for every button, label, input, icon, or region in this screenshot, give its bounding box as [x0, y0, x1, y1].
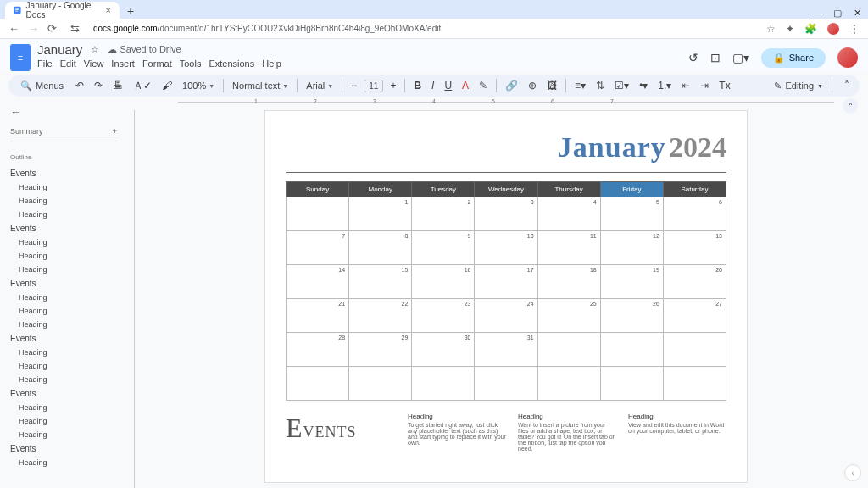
insert-link-button[interactable]: 🔗 — [502, 78, 521, 93]
decrease-indent-button[interactable]: ⇤ — [678, 78, 693, 93]
history-icon[interactable]: ↺ — [688, 51, 698, 64]
font-size-increase-button[interactable]: + — [387, 78, 399, 93]
outline-back-button[interactable]: ← — [10, 105, 117, 119]
outline-heading[interactable]: Heading — [10, 236, 117, 249]
calendar-cell[interactable]: 20 — [663, 265, 726, 299]
add-summary-button[interactable]: + — [113, 127, 117, 136]
font-size-input[interactable]: 11 — [364, 80, 383, 92]
calendar-cell[interactable]: 10 — [475, 231, 537, 265]
spellcheck-button[interactable]: Ａ✓ — [130, 77, 155, 95]
calendar-cell[interactable]: 1 — [349, 197, 412, 231]
calendar-cell[interactable]: 21 — [287, 299, 349, 333]
outline-group[interactable]: Events — [10, 166, 117, 180]
bold-button[interactable]: B — [410, 78, 425, 93]
outline-heading[interactable]: Heading — [10, 401, 117, 414]
calendar-cell[interactable]: 22 — [349, 299, 412, 333]
calendar-cell[interactable] — [412, 367, 475, 401]
outline-group[interactable]: Events — [10, 386, 117, 401]
calendar-cell[interactable] — [349, 367, 412, 401]
outline-heading[interactable]: Heading — [10, 180, 117, 194]
menu-format[interactable]: Format — [142, 58, 172, 69]
italic-button[interactable]: I — [428, 78, 437, 93]
events-column[interactable]: HeadingView and edit this document in Wo… — [628, 413, 726, 452]
menu-file[interactable]: File — [37, 58, 53, 69]
outline-heading[interactable]: Heading — [10, 456, 117, 469]
outline-heading[interactable]: Heading — [10, 414, 117, 428]
calendar-cell[interactable] — [600, 333, 663, 367]
outline-group[interactable]: Events — [10, 441, 117, 456]
outline-heading[interactable]: Heading — [10, 249, 117, 263]
paint-format-button[interactable]: 🖌 — [159, 78, 175, 93]
menu-insert[interactable]: Insert — [111, 58, 135, 69]
calendar-cell[interactable] — [663, 367, 726, 401]
text-color-button[interactable]: A — [459, 78, 472, 93]
calendar-cell[interactable]: 29 — [349, 333, 412, 367]
menu-tools[interactable]: Tools — [180, 58, 202, 69]
calendar-cell[interactable]: 6 — [663, 197, 726, 231]
extensions-icon[interactable]: ✦ — [786, 23, 794, 35]
outline-heading[interactable]: Heading — [10, 194, 117, 208]
share-button[interactable]: 🔒Share — [761, 48, 826, 68]
bookmark-star-icon[interactable]: ☆ — [766, 23, 776, 35]
menus-search-button[interactable]: 🔍Menus — [15, 79, 69, 93]
nav-back-button[interactable]: ← — [8, 22, 19, 35]
calendar-cell[interactable]: 7 — [287, 231, 349, 265]
menu-extensions[interactable]: Extensions — [209, 58, 254, 69]
outline-heading[interactable]: Heading — [10, 346, 117, 359]
browser-menu-button[interactable]: ⋮ — [849, 23, 860, 35]
calendar-cell[interactable]: 9 — [412, 231, 475, 265]
redo-button[interactable]: ↷ — [91, 78, 106, 93]
calendar-cell[interactable] — [537, 367, 600, 401]
comments-icon[interactable]: ⊡ — [710, 51, 721, 64]
calendar-cell[interactable]: 19 — [600, 265, 663, 299]
nav-forward-button[interactable]: → — [28, 22, 39, 35]
star-document-button[interactable]: ☆ — [91, 44, 99, 55]
calendar-cell[interactable]: 25 — [537, 299, 600, 333]
line-spacing-button[interactable]: ⇅ — [593, 78, 608, 93]
outline-group[interactable]: Events — [10, 331, 117, 346]
highlight-button[interactable]: ✎ — [476, 78, 491, 93]
window-maximize-button[interactable]: ▢ — [833, 8, 842, 19]
events-column[interactable]: HeadingWant to insert a picture from you… — [518, 413, 616, 452]
calendar-cell[interactable]: 11 — [537, 231, 600, 265]
style-select[interactable]: Normal text▼ — [229, 80, 292, 91]
print-button[interactable]: 🖶 — [109, 78, 126, 93]
window-close-button[interactable]: ✕ — [854, 8, 861, 19]
calendar-cell[interactable]: 13 — [663, 231, 726, 265]
editing-mode-button[interactable]: ✎Editing▼ — [774, 80, 823, 92]
underline-button[interactable]: U — [441, 78, 455, 93]
calendar-table[interactable]: SundayMondayTuesdayWednesdayThursdayFrid… — [286, 181, 726, 401]
explore-button[interactable]: ‹ — [844, 464, 861, 481]
calendar-cell[interactable]: 30 — [412, 333, 475, 367]
browser-profile-avatar[interactable] — [827, 23, 839, 35]
account-avatar[interactable] — [837, 47, 858, 68]
align-button[interactable]: ≡▾ — [571, 78, 589, 93]
font-select[interactable]: Arial▼ — [303, 80, 337, 91]
tab-close-button[interactable]: × — [106, 5, 111, 15]
calendar-cell[interactable]: 16 — [412, 265, 475, 299]
insert-image-button[interactable]: 🖼 — [543, 78, 560, 93]
document-title[interactable]: January — [37, 42, 82, 57]
calendar-cell[interactable]: 17 — [475, 265, 537, 299]
insert-comment-button[interactable]: ⊕ — [525, 78, 540, 93]
outline-heading[interactable]: Heading — [10, 318, 117, 331]
outline-heading[interactable]: Heading — [10, 263, 117, 276]
calendar-cell[interactable]: 2 — [412, 197, 475, 231]
bullet-list-button[interactable]: •▾ — [636, 78, 651, 93]
site-info-button[interactable]: ⇆ — [70, 22, 80, 35]
calendar-cell[interactable]: 12 — [600, 231, 663, 265]
docs-logo[interactable]: ≡ — [10, 44, 31, 71]
menu-view[interactable]: View — [84, 58, 104, 69]
increase-indent-button[interactable]: ⇥ — [697, 78, 712, 93]
calendar-cell[interactable]: 26 — [600, 299, 663, 333]
puzzle-icon[interactable]: 🧩 — [804, 23, 817, 35]
font-size-decrease-button[interactable]: − — [348, 78, 360, 93]
calendar-title[interactable]: January 2024 — [286, 131, 726, 173]
calendar-cell[interactable]: 28 — [287, 333, 349, 367]
undo-button[interactable]: ↶ — [72, 78, 87, 93]
zoom-select[interactable]: 100%▼ — [179, 80, 218, 91]
outline-heading[interactable]: Heading — [10, 304, 117, 318]
events-column[interactable]: HeadingTo get started right away, just c… — [408, 413, 506, 452]
outline-heading[interactable]: Heading — [10, 208, 117, 221]
document-canvas[interactable]: January 2024 SundayMondayTuesdayWednesda… — [127, 110, 868, 488]
